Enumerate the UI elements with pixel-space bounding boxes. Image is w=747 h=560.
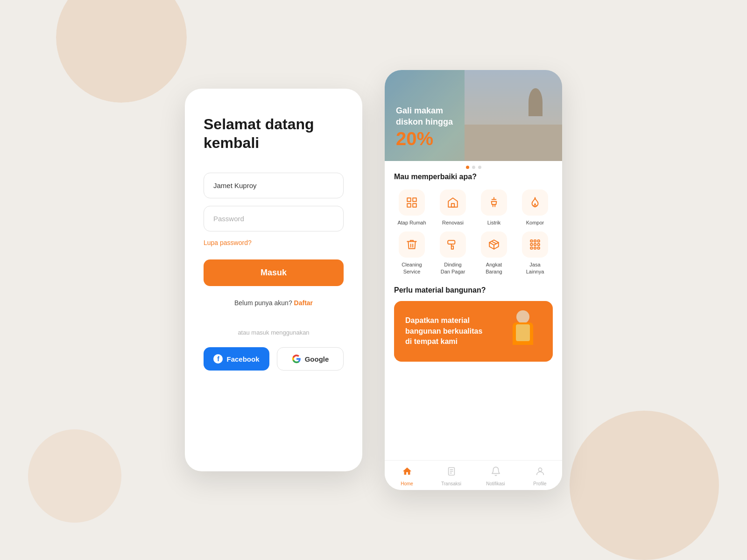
notifikasi-nav-icon: [491, 466, 501, 479]
services-section-title: Mau memperbaiki apa?: [394, 173, 553, 181]
service-kompor[interactable]: Kompor: [517, 189, 553, 226]
service-atap-rumah[interactable]: Atap Rumah: [394, 189, 430, 226]
dot-2: [472, 166, 475, 169]
jasa-lainnya-label: JasaLainnya: [526, 261, 544, 275]
worker-head: [516, 310, 529, 323]
promo-banner[interactable]: Gali makam diskon hingga 20%: [385, 70, 562, 161]
svg-point-19: [538, 468, 542, 471]
nav-home[interactable]: Home: [385, 466, 429, 486]
notifikasi-nav-label: Notifikasi: [486, 481, 505, 486]
login-phone: Selamat datang kembali Lupa password? Ma…: [185, 89, 362, 471]
svg-rect-10: [534, 244, 536, 245]
profile-nav-icon: [535, 466, 545, 479]
grid4-icon: [529, 238, 541, 251]
paint-roller-icon: [447, 238, 459, 251]
cleaning-label: CleaningService: [402, 261, 422, 275]
nav-notifikasi[interactable]: Notifikasi: [473, 466, 518, 486]
transaksi-nav-label: Transaksi: [441, 481, 461, 486]
bg-decoration-1: [56, 0, 187, 103]
material-section-title: Perlu material bangunan?: [394, 286, 553, 294]
svg-rect-7: [534, 240, 536, 242]
home-content: Mau memperbaiki apa? Atap Rumah: [385, 173, 562, 460]
dot-3: [478, 166, 481, 169]
svg-rect-13: [534, 247, 536, 249]
profile-nav-label: Profile: [533, 481, 546, 486]
renovasi-label: Renovasi: [442, 219, 464, 226]
home-phone: Gali makam diskon hingga 20% Mau memperb…: [385, 70, 562, 490]
nav-profile[interactable]: Profile: [518, 466, 562, 486]
jasa-lainnya-icon-box: [522, 231, 548, 258]
angkat-icon-box: [481, 231, 507, 258]
phones-container: Selamat datang kembali Lupa password? Ma…: [185, 70, 562, 490]
listrik-icon-box: [481, 189, 507, 216]
login-button[interactable]: Masuk: [204, 259, 344, 286]
cleaning-icon-box: [399, 231, 425, 258]
svg-rect-0: [407, 198, 411, 202]
service-cleaning[interactable]: CleaningService: [394, 231, 430, 275]
kompor-label: Kompor: [526, 219, 544, 226]
facebook-icon: f: [213, 354, 223, 364]
banner-discount: 20%: [396, 129, 453, 148]
grid-icon: [406, 196, 418, 209]
banner-content: Gali makam diskon hingga 20%: [396, 105, 453, 148]
login-title: Selamat datang kembali: [204, 115, 344, 152]
svg-rect-3: [413, 203, 416, 207]
svg-rect-8: [537, 240, 539, 242]
register-prompt-text: Belum punya akun? Daftar: [204, 299, 344, 307]
password-input[interactable]: [204, 206, 344, 231]
forgot-password-link[interactable]: Lupa password?: [204, 239, 344, 246]
bg-decoration-2: [570, 411, 719, 560]
service-listrik[interactable]: Listrik: [476, 189, 512, 226]
home-nav-icon: [402, 466, 412, 479]
google-icon: [292, 354, 301, 364]
social-prompt: atau masuk menggunakan: [204, 329, 344, 336]
dinding-icon-box: [440, 231, 466, 258]
bottom-navigation: Home Transaksi: [385, 460, 562, 490]
home-nav-label: Home: [401, 481, 413, 486]
service-renovasi[interactable]: Renovasi: [435, 189, 471, 226]
worker-vest: [516, 324, 530, 341]
angkat-label: AngkatBarang: [486, 261, 502, 275]
service-angkat[interactable]: AngkatBarang: [476, 231, 512, 275]
svg-rect-4: [451, 203, 455, 207]
svg-rect-1: [413, 198, 416, 202]
trash-icon: [406, 238, 418, 251]
banner-dots: [385, 161, 562, 173]
svg-rect-14: [537, 247, 539, 249]
nav-transaksi[interactable]: Transaksi: [429, 466, 473, 486]
listrik-label: Listrik: [487, 219, 501, 226]
facebook-button[interactable]: f Facebook: [204, 347, 269, 371]
material-banner-text: Dapatkan material bangunan berkualitas d…: [405, 315, 487, 347]
register-link[interactable]: Daftar: [294, 299, 313, 307]
home-icon: [447, 196, 459, 209]
atap-rumah-label: Atap Rumah: [397, 219, 426, 226]
svg-rect-5: [448, 241, 455, 245]
service-jasa-lainnya[interactable]: JasaLainnya: [517, 231, 553, 275]
kompor-icon-box: [522, 189, 548, 216]
banner-text: Gali makam diskon hingga: [396, 105, 453, 127]
worker-figure: [504, 310, 542, 352]
google-button[interactable]: Google: [277, 347, 344, 371]
svg-rect-2: [407, 203, 411, 207]
bg-decoration-3: [28, 429, 121, 523]
svg-rect-11: [537, 244, 539, 245]
flame-icon: [529, 196, 541, 209]
svg-rect-12: [530, 247, 532, 249]
services-grid: Atap Rumah Renovasi: [394, 189, 553, 275]
box-icon: [488, 238, 500, 251]
dot-1: [466, 166, 469, 169]
material-banner[interactable]: Dapatkan material bangunan berkualitas d…: [394, 301, 553, 362]
social-buttons: f Facebook Google: [204, 347, 344, 371]
username-input[interactable]: [204, 173, 344, 198]
plug-icon: [488, 196, 500, 209]
service-dinding[interactable]: DindingDan Pagar: [435, 231, 471, 275]
svg-rect-6: [530, 240, 532, 242]
renovasi-icon-box: [440, 189, 466, 216]
atap-rumah-icon-box: [399, 189, 425, 216]
svg-rect-9: [530, 244, 532, 245]
dinding-label: DindingDan Pagar: [441, 261, 465, 275]
transaksi-nav-icon: [446, 466, 457, 479]
